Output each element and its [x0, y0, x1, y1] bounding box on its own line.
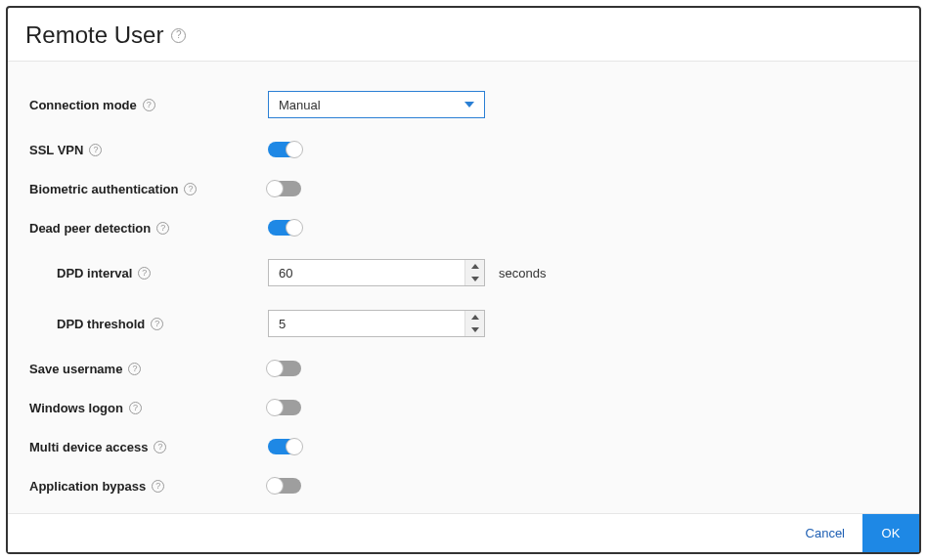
panel-footer: Cancel OK	[8, 513, 919, 552]
help-icon[interactable]: ?	[129, 402, 142, 414]
chevron-down-icon	[464, 102, 474, 108]
windows-logon-row: Windows logon ?	[29, 400, 898, 415]
stepper-down-button[interactable]	[465, 273, 484, 285]
page-title: Remote User	[25, 22, 163, 49]
dpd-interval-row: DPD interval ? seconds	[29, 259, 898, 286]
arrow-down-icon	[471, 277, 479, 281]
arrow-down-icon	[471, 327, 479, 332]
connection-mode-label: Connection mode	[29, 98, 137, 112]
save-username-row: Save username ?	[29, 361, 898, 376]
app-bypass-label: Application bypass	[29, 479, 146, 494]
dpd-toggle[interactable]	[268, 220, 301, 236]
save-username-label: Save username	[29, 362, 122, 376]
biometric-auth-row: Biometric authentication ?	[29, 181, 898, 196]
dpd-threshold-row: DPD threshold ?	[29, 310, 898, 337]
help-icon[interactable]: ?	[184, 183, 197, 195]
multi-device-toggle[interactable]	[268, 439, 301, 454]
panel-header: Remote User ?	[8, 8, 919, 62]
form-body: Connection mode ? Manual SSL VPN ? Biome…	[8, 62, 919, 513]
dpd-interval-label: DPD interval	[57, 266, 132, 280]
windows-logon-label: Windows logon	[29, 401, 123, 415]
ssl-vpn-toggle[interactable]	[268, 142, 301, 157]
connection-mode-row: Connection mode ? Manual	[29, 91, 898, 118]
help-icon[interactable]: ?	[171, 28, 186, 43]
help-icon[interactable]: ?	[154, 441, 166, 453]
arrow-up-icon	[471, 264, 479, 269]
dpd-interval-suffix: seconds	[499, 266, 546, 280]
cancel-button[interactable]: Cancel	[788, 514, 862, 552]
stepper-down-button[interactable]	[465, 323, 484, 336]
dpd-threshold-label: DPD threshold	[57, 317, 145, 331]
dpd-label: Dead peer detection	[29, 221, 151, 236]
dpd-threshold-input[interactable]	[269, 311, 464, 336]
multi-device-label: Multi device access	[29, 440, 148, 454]
dpd-interval-input[interactable]	[269, 260, 464, 285]
help-icon[interactable]: ?	[128, 363, 141, 375]
dpd-row: Dead peer detection ?	[29, 220, 898, 236]
ok-button[interactable]: OK	[862, 514, 919, 552]
dpd-interval-spinner	[268, 259, 485, 286]
help-icon[interactable]: ?	[151, 318, 163, 330]
multi-device-row: Multi device access ?	[29, 439, 898, 454]
stepper-up-button[interactable]	[465, 311, 484, 323]
remote-user-panel: Remote User ? Connection mode ? Manual S…	[6, 6, 921, 554]
stepper-up-button[interactable]	[465, 260, 484, 273]
help-icon[interactable]: ?	[152, 480, 164, 493]
app-bypass-row: Application bypass ?	[29, 478, 898, 494]
ssl-vpn-label: SSL VPN	[29, 143, 83, 157]
help-icon[interactable]: ?	[156, 222, 169, 235]
ssl-vpn-row: SSL VPN ?	[29, 142, 898, 157]
help-icon[interactable]: ?	[143, 99, 155, 111]
dpd-threshold-spinner	[268, 310, 485, 337]
help-icon[interactable]: ?	[138, 267, 151, 280]
arrow-up-icon	[471, 315, 479, 320]
connection-mode-value: Manual	[279, 98, 321, 112]
save-username-toggle[interactable]	[268, 361, 301, 376]
help-icon[interactable]: ?	[89, 144, 102, 156]
app-bypass-toggle[interactable]	[268, 478, 301, 494]
connection-mode-select[interactable]: Manual	[268, 91, 485, 118]
biometric-auth-label: Biometric authentication	[29, 182, 178, 196]
biometric-auth-toggle[interactable]	[268, 181, 301, 196]
windows-logon-toggle[interactable]	[268, 400, 301, 415]
